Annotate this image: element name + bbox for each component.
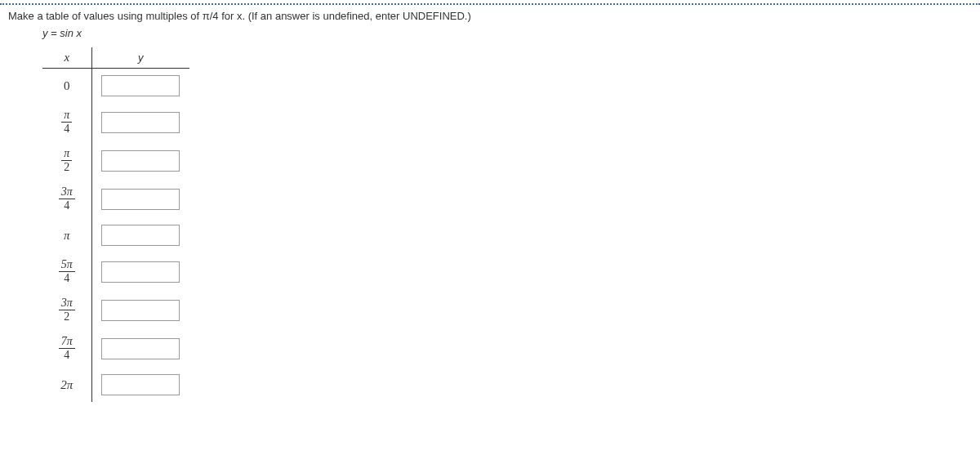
values-table: x y 0 π4 π2 — [42, 47, 189, 402]
answer-input[interactable] — [101, 150, 180, 172]
table-row: π4 — [42, 103, 189, 141]
x-label: π2 — [42, 141, 91, 180]
question-text: Make a table of values using multiples o… — [8, 10, 972, 22]
answer-input[interactable] — [101, 338, 180, 359]
x-label: 3π2 — [42, 291, 91, 329]
answer-input[interactable] — [101, 112, 180, 133]
x-label: 0 — [42, 69, 91, 104]
question-block: Make a table of values using multiples o… — [0, 5, 980, 418]
table-row: 3π4 — [42, 180, 189, 218]
answer-input[interactable] — [101, 75, 180, 96]
x-label: π4 — [42, 103, 91, 141]
table-row: 3π2 — [42, 291, 189, 329]
answer-input[interactable] — [101, 189, 180, 210]
answer-input[interactable] — [101, 225, 180, 246]
table-row: 5π4 — [42, 252, 189, 291]
x-label: π — [42, 218, 91, 252]
table-row: π2 — [42, 141, 189, 180]
answer-input[interactable] — [101, 374, 180, 395]
x-label: 7π4 — [42, 329, 91, 368]
equation-text: y = sin x — [8, 27, 972, 39]
table-row: 7π4 — [42, 329, 189, 368]
header-x: x — [42, 47, 91, 69]
x-label: 2π — [42, 368, 91, 402]
table-row: 0 — [42, 69, 189, 104]
x-label: 5π4 — [42, 252, 91, 291]
header-y: y — [91, 47, 189, 69]
table-row: π — [42, 218, 189, 252]
answer-input[interactable] — [101, 300, 180, 321]
table-row: 2π — [42, 368, 189, 402]
answer-input[interactable] — [101, 261, 180, 283]
x-label: 3π4 — [42, 180, 91, 218]
